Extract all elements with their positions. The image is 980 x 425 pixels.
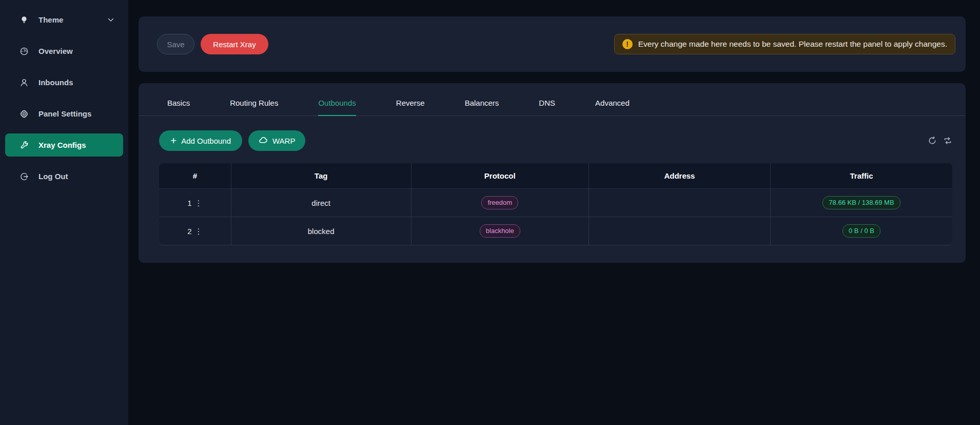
warp-button[interactable]: WARP <box>248 130 305 151</box>
row-address <box>589 217 771 245</box>
traffic-badge: 78.66 KB / 138.69 MB <box>822 196 900 209</box>
alert-text: Every change made here needs to be saved… <box>638 40 947 49</box>
restart-xray-button[interactable]: Restart Xray <box>201 34 268 54</box>
row-menu-icon[interactable]: ⋮ <box>195 199 203 207</box>
save-button[interactable]: Save <box>157 34 194 54</box>
protocol-badge: freedom <box>481 196 518 209</box>
table-row: 1 ⋮ direct freedom 78.66 KB / 138.69 MB <box>159 189 952 217</box>
row-address <box>589 189 771 217</box>
cloud-icon <box>259 136 268 145</box>
chevron-down-icon <box>108 18 114 22</box>
tab-basics[interactable]: Basics <box>167 99 190 116</box>
sidebar-item-label: Log Out <box>38 172 68 181</box>
dashboard-icon <box>19 47 29 56</box>
warning-icon: ! <box>622 39 633 49</box>
row-menu-icon[interactable]: ⋮ <box>195 227 203 235</box>
sidebar-item-label: Xray Configs <box>38 141 86 149</box>
tab-outbounds[interactable]: Outbounds <box>318 99 356 116</box>
sidebar-item-panel-settings[interactable]: Panel Settings <box>5 102 123 125</box>
table-header-row: # Tag Protocol Address Traffic <box>159 163 952 189</box>
bulb-icon <box>19 15 29 25</box>
sidebar-item-overview[interactable]: Overview <box>5 40 123 63</box>
row-index: 1 <box>187 199 191 207</box>
xray-config-card: Basics Routing Rules Outbounds Reverse B… <box>139 83 966 263</box>
user-icon <box>19 78 29 87</box>
tab-routing-rules[interactable]: Routing Rules <box>230 99 278 116</box>
refresh-icon[interactable] <box>928 136 937 145</box>
top-action-bar: Save Restart Xray ! Every change made he… <box>139 16 966 72</box>
plus-icon: + <box>170 135 177 146</box>
col-header-index: # <box>159 163 231 189</box>
row-tag: direct <box>231 189 411 217</box>
row-index: 2 <box>187 227 191 236</box>
add-outbound-button[interactable]: + Add Outbound <box>159 130 242 151</box>
tab-reverse[interactable]: Reverse <box>396 99 425 116</box>
unsaved-changes-alert: ! Every change made here needs to be sav… <box>614 34 955 54</box>
sidebar-item-xray-configs[interactable]: Xray Configs <box>5 133 123 157</box>
row-tag: blocked <box>231 217 411 245</box>
sidebar-item-label: Theme <box>38 15 63 24</box>
traffic-badge: 0 B / 0 B <box>842 224 880 238</box>
warp-label: WARP <box>272 137 295 145</box>
sidebar-item-label: Panel Settings <box>38 109 91 118</box>
main-content: Save Restart Xray ! Every change made he… <box>128 0 980 425</box>
col-header-traffic: Traffic <box>771 163 952 189</box>
logout-icon <box>19 172 29 181</box>
repeat-icon[interactable] <box>943 136 952 145</box>
sidebar-item-label: Inbounds <box>38 78 73 87</box>
sidebar-item-label: Overview <box>38 47 73 55</box>
tab-dns[interactable]: DNS <box>539 99 555 116</box>
wrench-icon <box>19 141 29 150</box>
table-row: 2 ⋮ blocked blackhole 0 B / 0 B <box>159 217 952 245</box>
sidebar-item-inbounds[interactable]: Inbounds <box>5 71 123 94</box>
add-outbound-label: Add Outbound <box>181 137 231 145</box>
col-header-address: Address <box>589 163 771 189</box>
gear-icon <box>19 109 29 119</box>
sidebar-item-theme[interactable]: Theme <box>5 8 123 31</box>
col-header-protocol: Protocol <box>411 163 589 189</box>
protocol-badge: blackhole <box>480 224 520 238</box>
outbounds-toolbar: + Add Outbound WARP <box>139 116 966 163</box>
tab-advanced[interactable]: Advanced <box>595 99 630 116</box>
outbounds-table: # Tag Protocol Address Traffic 1 ⋮ <box>159 163 952 245</box>
tab-balancers[interactable]: Balancers <box>465 99 499 116</box>
col-header-tag: Tag <box>231 163 411 189</box>
sidebar: Theme Overview Inbounds <box>0 0 128 425</box>
config-tabs: Basics Routing Rules Outbounds Reverse B… <box>139 83 966 116</box>
outbounds-table-wrap: # Tag Protocol Address Traffic 1 ⋮ <box>139 163 966 263</box>
sidebar-item-log-out[interactable]: Log Out <box>5 165 123 188</box>
